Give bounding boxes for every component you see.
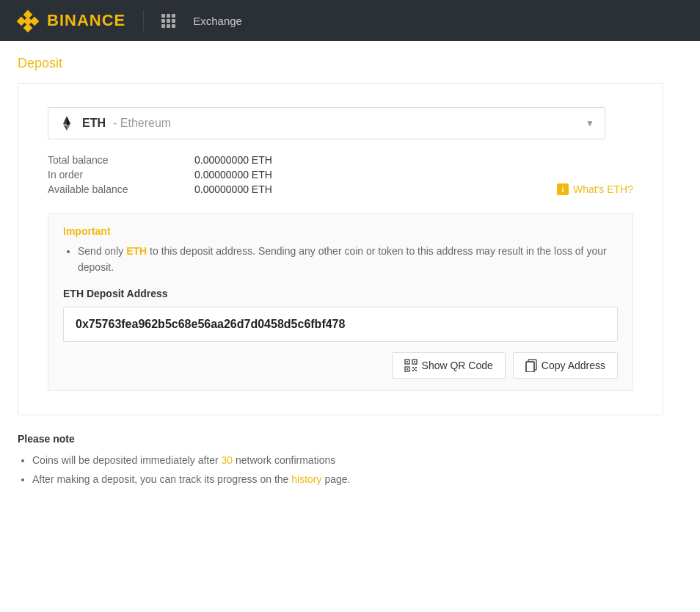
deposit-address: 0x75763fea962b5c68e56aa26d7d0458d5c6fbf4… <box>76 318 345 330</box>
info-icon: i <box>557 183 569 195</box>
eth-highlight: ETH <box>126 245 147 257</box>
confirmations-number: 30 <box>222 454 233 466</box>
notice-box: Important Send only ETH to this deposit … <box>48 213 633 391</box>
balance-section: Total balance 0.00000000 ETH In order 0.… <box>48 154 633 195</box>
available-balance-value: 0.00000000 ETH <box>194 183 341 195</box>
history-link[interactable]: history <box>291 473 321 485</box>
svg-rect-15 <box>414 368 415 370</box>
svg-rect-11 <box>412 367 414 368</box>
please-note-list: Coins will be deposited immediately afte… <box>18 451 663 489</box>
page-inner: Deposit ETH - Ethereum <box>0 41 700 504</box>
main-card: ETH - Ethereum ▼ Total balance 0.0000000… <box>18 83 663 415</box>
page: Deposit ETH - Ethereum <box>0 41 700 612</box>
svg-rect-14 <box>415 370 417 371</box>
binance-logo-icon <box>15 7 41 34</box>
qr-code-icon <box>404 359 418 372</box>
coin-symbol: ETH <box>82 117 106 130</box>
svg-rect-6 <box>406 361 408 363</box>
page-title: Deposit <box>18 56 682 71</box>
show-qr-button[interactable]: Show QR Code <box>392 352 506 379</box>
available-balance-label: Available balance <box>48 183 194 195</box>
svg-rect-10 <box>406 368 408 370</box>
in-order-label: In order <box>48 169 194 181</box>
svg-marker-4 <box>23 17 33 26</box>
coin-select-left: ETH - Ethereum <box>59 115 171 131</box>
notice-list: Send only ETH to this deposit address. S… <box>63 243 618 276</box>
deposit-address-box: 0x75763fea962b5c68e56aa26d7d0458d5c6fbf4… <box>63 307 618 342</box>
coin-selector[interactable]: ETH - Ethereum ▼ <box>48 107 605 139</box>
chevron-down-icon: ▼ <box>586 118 594 128</box>
svg-rect-12 <box>415 367 417 368</box>
svg-rect-13 <box>412 370 414 371</box>
svg-rect-17 <box>526 362 534 372</box>
header-divider <box>143 10 144 31</box>
deposit-address-title: ETH Deposit Address <box>63 288 618 299</box>
copy-address-button[interactable]: Copy Address <box>513 352 618 379</box>
exchange-nav[interactable]: Exchange <box>193 15 242 27</box>
total-balance-value: 0.00000000 ETH <box>194 154 341 166</box>
whats-eth-label: What's ETH? <box>573 183 633 195</box>
please-note-item-2: After making a deposit, you can track it… <box>32 470 663 489</box>
svg-rect-8 <box>414 361 415 363</box>
header: BINANCE Exchange <box>0 0 700 41</box>
whats-eth-link[interactable]: i What's ETH? <box>341 183 633 195</box>
eth-icon <box>59 115 75 131</box>
logo-text: BINANCE <box>47 11 125 30</box>
logo[interactable]: BINANCE <box>15 7 125 34</box>
please-note-section: Please note Coins will be deposited imme… <box>18 433 663 489</box>
copy-address-label: Copy Address <box>542 360 605 371</box>
copy-icon <box>525 359 537 372</box>
please-note-item-1: Coins will be deposited immediately afte… <box>32 451 663 470</box>
notice-item: Send only ETH to this deposit address. S… <box>78 243 618 276</box>
show-qr-label: Show QR Code <box>422 360 493 371</box>
total-balance-label: Total balance <box>48 154 194 166</box>
coin-full-name: - Ethereum <box>113 117 171 130</box>
grid-icon[interactable] <box>161 14 175 28</box>
please-note-title: Please note <box>18 433 663 445</box>
action-buttons: Show QR Code Copy Address <box>63 352 618 379</box>
notice-title: Important <box>63 225 618 237</box>
in-order-value: 0.00000000 ETH <box>194 169 341 181</box>
